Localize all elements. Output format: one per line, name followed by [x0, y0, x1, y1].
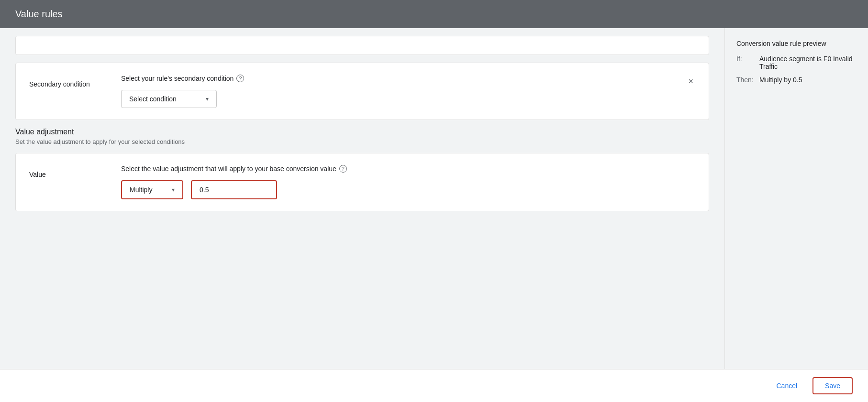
- value-inputs-row: Multiply ▾: [121, 180, 695, 199]
- modal-body: Secondary condition Select your rule's s…: [0, 28, 868, 369]
- value-card-inner: Value Select the value adjustment that w…: [29, 165, 695, 199]
- secondary-condition-label: Secondary condition: [29, 75, 106, 88]
- save-button[interactable]: Save: [812, 377, 853, 394]
- preview-title: Conversion value rule preview: [736, 40, 857, 47]
- value-rules-modal: Value rules Secondary condition Select y…: [0, 0, 868, 402]
- cancel-button[interactable]: Cancel: [768, 378, 805, 393]
- preview-then-value: Multiply by 0.5: [759, 76, 802, 84]
- select-condition-chevron-icon: ▾: [206, 96, 209, 102]
- secondary-condition-desc: Select your rule's secondary condition ?: [121, 75, 671, 82]
- secondary-condition-content: Select your rule's secondary condition ?…: [121, 75, 671, 108]
- preview-if-label: If:: [736, 55, 756, 70]
- value-label: Value: [29, 165, 106, 178]
- preview-if-value: Audience segment is F0 Invalid Traffic: [759, 55, 857, 70]
- secondary-condition-help-icon[interactable]: ?: [236, 75, 244, 82]
- value-input-field[interactable]: [191, 180, 277, 199]
- value-card-content: Select the value adjustment that will ap…: [121, 165, 695, 199]
- secondary-condition-inner: Secondary condition Select your rule's s…: [29, 75, 695, 108]
- secondary-condition-card: Secondary condition Select your rule's s…: [15, 63, 709, 120]
- value-adjustment-section: Value adjustment Set the value adjustmen…: [15, 128, 709, 145]
- modal-sidebar: Conversion value rule preview If: Audien…: [724, 28, 868, 369]
- multiply-label: Multiply: [130, 186, 152, 194]
- modal-title: Value rules: [15, 9, 63, 19]
- value-card-desc: Select the value adjustment that will ap…: [121, 165, 695, 173]
- preview-if-row: If: Audience segment is F0 Invalid Traff…: [736, 55, 857, 70]
- value-adjustment-title: Value adjustment: [15, 128, 709, 136]
- select-condition-button[interactable]: Select condition ▾: [121, 90, 217, 108]
- value-card: Value Select the value adjustment that w…: [15, 153, 709, 211]
- select-condition-label: Select condition: [129, 95, 177, 103]
- multiply-dropdown-button[interactable]: Multiply ▾: [121, 180, 183, 199]
- modal-main: Secondary condition Select your rule's s…: [0, 28, 724, 369]
- preview-then-row: Then: Multiply by 0.5: [736, 76, 857, 84]
- value-adjustment-help-icon[interactable]: ?: [339, 165, 347, 173]
- modal-footer: Cancel Save: [0, 369, 868, 402]
- secondary-condition-close-button[interactable]: ×: [686, 75, 695, 88]
- top-card-partial: [15, 36, 709, 55]
- preview-then-label: Then:: [736, 76, 756, 84]
- secondary-condition-desc-text: Select your rule's secondary condition: [121, 75, 234, 82]
- modal-header: Value rules: [0, 0, 868, 28]
- value-adjustment-desc: Set the value adjustment to apply for yo…: [15, 138, 709, 145]
- value-card-desc-text: Select the value adjustment that will ap…: [121, 165, 336, 173]
- multiply-chevron-icon: ▾: [172, 186, 175, 193]
